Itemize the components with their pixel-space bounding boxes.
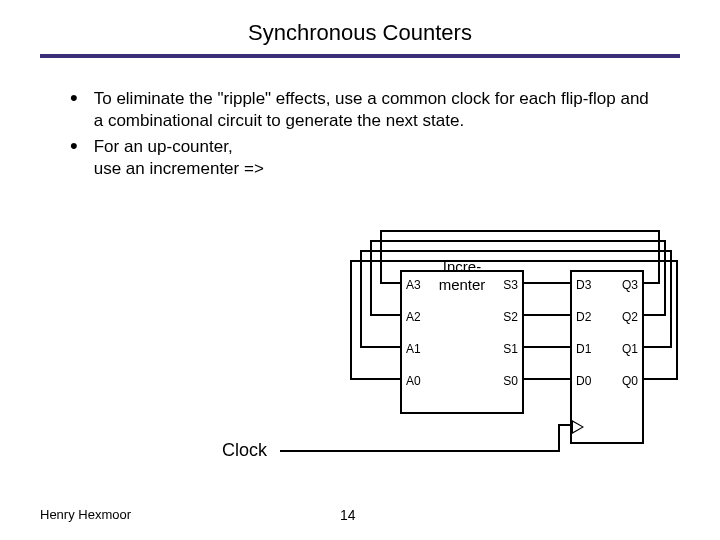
- port-a3: A3: [406, 278, 421, 292]
- wire: [522, 282, 570, 284]
- incrementer-block: Incre- menter A3 A2 A1 A0 S3 S2 S1 S0: [400, 270, 524, 414]
- bullet-item: • To eliminate the "ripple" effects, use…: [70, 88, 660, 132]
- port-d2: D2: [576, 310, 591, 324]
- wire: [370, 314, 400, 316]
- port-a0: A0: [406, 374, 421, 388]
- port-q1: Q1: [622, 342, 638, 356]
- wire: [370, 240, 666, 242]
- bullet-text: To eliminate the "ripple" effects, use a…: [94, 88, 660, 132]
- bullet-text: For an up-counter, use an incrementer =>: [94, 136, 264, 180]
- wire: [676, 260, 678, 380]
- port-s0: S0: [503, 374, 518, 388]
- author-name: Henry Hexmoor: [40, 507, 131, 522]
- clock-triangle-icon: [572, 420, 584, 434]
- wire: [380, 230, 660, 232]
- port-s3: S3: [503, 278, 518, 292]
- port-q2: Q2: [622, 310, 638, 324]
- wire: [670, 250, 672, 348]
- clock-label: Clock: [222, 440, 267, 461]
- wire: [360, 346, 400, 348]
- port-d0: D0: [576, 374, 591, 388]
- slide-title: Synchronous Counters: [0, 0, 720, 54]
- wire: [642, 346, 672, 348]
- page-number: 14: [340, 507, 356, 523]
- wire: [642, 378, 678, 380]
- counter-diagram: Incre- menter A3 A2 A1 A0 S3 S2 S1 S0 D3…: [280, 210, 680, 470]
- bullet-dot: •: [70, 138, 78, 154]
- wire: [360, 250, 672, 252]
- wire: [658, 230, 660, 284]
- wire: [280, 450, 560, 452]
- wire: [350, 260, 352, 378]
- wire: [642, 314, 666, 316]
- port-q3: Q3: [622, 278, 638, 292]
- wire: [522, 346, 570, 348]
- port-d3: D3: [576, 278, 591, 292]
- flipflop-bank: D3 D2 D1 D0 Q3 Q2 Q1 Q0: [570, 270, 644, 444]
- wire: [350, 378, 400, 380]
- port-a1: A1: [406, 342, 421, 356]
- port-s1: S1: [503, 342, 518, 356]
- wire: [642, 282, 660, 284]
- content-area: • To eliminate the "ripple" effects, use…: [0, 58, 720, 180]
- port-a2: A2: [406, 310, 421, 324]
- wire: [522, 314, 570, 316]
- port-s2: S2: [503, 310, 518, 324]
- port-d1: D1: [576, 342, 591, 356]
- port-q0: Q0: [622, 374, 638, 388]
- bullet-dot: •: [70, 90, 78, 106]
- wire: [360, 250, 362, 346]
- wire: [522, 378, 570, 380]
- wire: [558, 424, 560, 452]
- wire: [380, 230, 382, 282]
- wire: [558, 424, 570, 426]
- slide-footer: Henry Hexmoor 14: [40, 507, 680, 522]
- wire: [380, 282, 400, 284]
- incrementer-label-top: Incre-: [402, 258, 522, 275]
- bullet-item: • For an up-counter, use an incrementer …: [70, 136, 660, 180]
